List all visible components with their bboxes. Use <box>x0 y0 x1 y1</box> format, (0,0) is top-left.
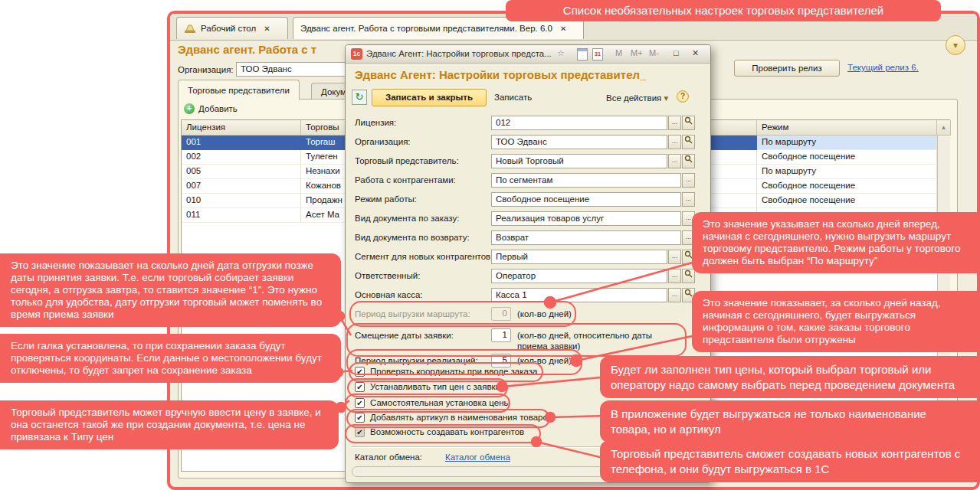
tab-advance-agent-close-icon[interactable]: ✕ <box>560 24 566 33</box>
choose-button[interactable]: ... <box>668 250 681 264</box>
calendar-icon[interactable]: 31 <box>592 48 603 60</box>
field-organization: Организация: ТОО Эдванс ... <box>346 135 710 152</box>
memory-minus-button[interactable]: M- <box>649 48 659 57</box>
plus-icon: + <box>184 103 195 114</box>
checkbox-icon[interactable]: ✔ <box>355 398 365 408</box>
field-route-upload-period: Период выгрузки маршрута: 0 (кол-во дней… <box>346 307 710 324</box>
desktop-icon <box>184 23 196 34</box>
field-counterparty-mode: Работа с контрагентами: По сегментам ... <box>346 173 710 190</box>
choose-button[interactable]: ... <box>682 173 695 188</box>
field-sales-rep: Торговый представитель: Новый Торговый .… <box>346 154 710 171</box>
maximize-icon[interactable]: □ <box>674 48 679 57</box>
dialog-heading: Эдванс Агент: Настройки торговых предста… <box>355 68 646 81</box>
field-work-mode: Режим работы: Свободное посещение ... <box>346 192 710 209</box>
checkbox-icon[interactable]: ✔ <box>355 427 365 437</box>
chevron-down-icon: ▾ <box>664 93 669 103</box>
1c-logo-icon: 1с <box>351 48 362 60</box>
save-button[interactable]: Записать <box>494 93 532 102</box>
page-title: Эдванс агент. Работа с т <box>178 43 316 56</box>
annotation-sales-period: Это значение показывает, за сколько дней… <box>692 291 980 352</box>
date-shift-input[interactable]: 1 <box>491 328 511 342</box>
checkbox-icon[interactable]: ✔ <box>355 382 365 392</box>
annotation-manual-price: Торговый представитель может вручную вве… <box>0 400 339 449</box>
collapse-circle-button[interactable]: ▾ <box>946 35 965 55</box>
field-new-counterparty-segment: Сегмент для новых контрагентов: Первый .… <box>346 250 710 266</box>
field-order-doc-type: Вид документа по заказу: Реализация това… <box>346 211 710 228</box>
field-responsible: Ответственный: Оператор ... <box>346 269 710 286</box>
search-icon[interactable] <box>682 154 695 168</box>
scroll-up-icon[interactable]: ▲ <box>937 120 951 136</box>
memory-button[interactable]: M <box>615 48 622 57</box>
return-doc-type-input[interactable]: Возврат <box>491 230 681 245</box>
search-icon[interactable] <box>682 135 695 149</box>
cashbox-input[interactable]: Касса 1 <box>491 288 667 302</box>
refresh-icon: ↻ <box>356 91 364 103</box>
add-button[interactable]: + Добавить <box>184 103 238 114</box>
field-order-date-shift: Смещение даты заявки: 1 (кол-во дней, от… <box>346 328 710 356</box>
segment-input[interactable]: Первый <box>491 250 667 264</box>
checkbox-icon[interactable]: ✔ <box>355 413 365 423</box>
tab-sales-reps[interactable]: Торговые представители <box>178 80 300 100</box>
choose-button[interactable]: ... <box>668 135 681 149</box>
save-and-close-button[interactable]: Записать и закрыть <box>372 89 487 106</box>
annotation-price-type: Будет ли заполнен тип цены, который выбр… <box>600 356 980 398</box>
tab-desktop-label: Рабочий стол <box>201 24 256 33</box>
annotation-route-period: Это значение указывает на сколько дней в… <box>692 212 980 273</box>
choose-button[interactable]: ... <box>668 269 681 283</box>
choose-button[interactable]: ... <box>682 192 695 207</box>
organization-input[interactable]: ТОО Эдванс <box>491 135 667 149</box>
tab-desktop[interactable]: Рабочий стол ✕ <box>176 17 288 39</box>
sales-rep-input[interactable]: Новый Торговый <box>491 154 667 168</box>
route-period-input: 0 <box>491 307 511 321</box>
organization-label: Организация: <box>178 65 234 74</box>
search-icon[interactable] <box>682 269 695 283</box>
dialog-title: Эдванс Агент: Настройки торговых предста… <box>366 49 552 58</box>
favorites-star-icon[interactable]: ☆ <box>557 48 565 58</box>
search-icon[interactable] <box>682 116 695 130</box>
tab-desktop-close-icon[interactable]: ✕ <box>264 24 270 33</box>
counterparty-mode-input[interactable]: По сегментам <box>491 173 681 188</box>
choose-button[interactable]: ... <box>668 116 681 130</box>
days-hint: (кол-во дней, относительно даты приема з… <box>517 330 684 352</box>
chevron-down-icon: ▾ <box>953 40 958 51</box>
close-icon[interactable]: ✕ <box>692 48 699 58</box>
dialog-titlebar[interactable]: 1с Эдванс Агент: Настройки торговых пред… <box>346 45 710 64</box>
annotation-banner: Список необязательных настроек торговых … <box>506 0 941 21</box>
column-header-license[interactable]: Лицензия <box>182 120 301 136</box>
field-main-cashbox: Основная касса: Касса 1 ... <box>346 288 710 305</box>
license-input[interactable]: 012 <box>491 116 667 130</box>
annotation-date-shift: Это значение показывает на сколько дней … <box>0 253 341 327</box>
add-button-label: Добавить <box>198 104 238 113</box>
check-release-button[interactable]: Проверить релиз <box>734 60 840 77</box>
all-actions-button[interactable]: Все действия ▾ <box>606 93 668 103</box>
exchange-catalog-link[interactable]: Каталог обмена <box>445 452 510 462</box>
exchange-catalog-label: Каталог обмена: <box>355 452 422 462</box>
work-mode-input[interactable]: Свободное посещение <box>491 192 681 207</box>
annotation-create-counterparties: Торговый представитель сможет создавать … <box>600 440 980 482</box>
refresh-button[interactable]: ↻ <box>352 90 367 105</box>
field-license: Лицензия: 012 ... <box>346 116 710 132</box>
memory-plus-button[interactable]: M+ <box>631 48 643 57</box>
current-release-link[interactable]: Текущий релиз 6. <box>847 63 919 72</box>
choose-button[interactable]: ... <box>668 288 681 302</box>
annotation-article: В приложение будет выгружаться не только… <box>600 400 980 443</box>
days-hint: (кол-во дней) <box>517 309 684 319</box>
column-header-mode[interactable]: Режим <box>757 120 937 136</box>
order-doc-type-input[interactable]: Реализация товаров услуг <box>491 211 681 226</box>
checkbox-icon[interactable]: ✔ <box>355 367 365 377</box>
field-return-doc-type: Вид документа по возврату: Возврат ... <box>346 230 710 247</box>
help-button[interactable]: ? <box>677 90 689 103</box>
responsible-input[interactable]: Оператор <box>491 269 667 283</box>
calculator-icon[interactable] <box>577 48 588 60</box>
choose-button[interactable]: ... <box>668 154 681 168</box>
annotation-check-coordinates: Если галка установлена, то при сохранени… <box>0 334 341 383</box>
tab-advance-agent-label: Эдванс агент. Работа с торговыми предста… <box>300 24 552 33</box>
